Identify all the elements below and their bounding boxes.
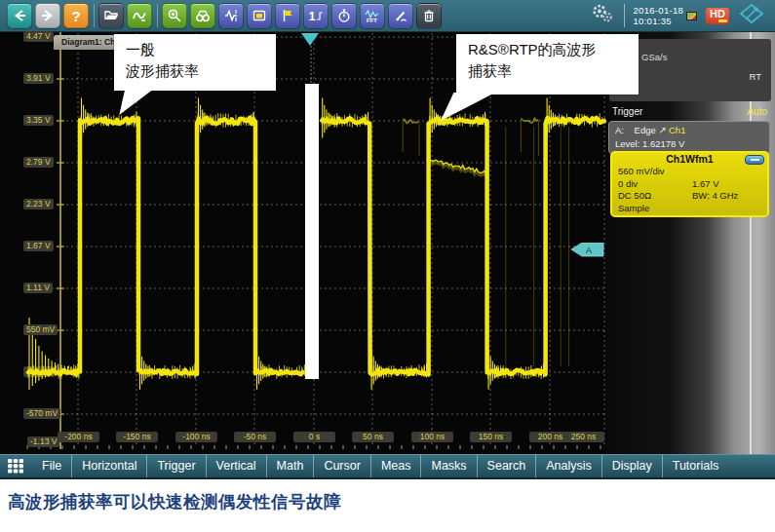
offset-div: 0 div — [618, 178, 638, 189]
menu-item-file[interactable]: File — [32, 455, 71, 477]
menu-item-display[interactable]: Display — [601, 455, 662, 477]
app-grid-icon[interactable] — [8, 459, 24, 474]
waveform-scale-icon[interactable] — [218, 3, 244, 28]
menu-item-search[interactable]: Search — [477, 455, 536, 477]
delete-icon[interactable] — [416, 3, 442, 28]
date-text: 2016-01-18 — [634, 5, 684, 16]
graticule-background — [0, 32, 606, 454]
forward-icon[interactable] — [35, 3, 60, 28]
trigger-type: Edge — [635, 125, 656, 135]
screenshot-mask-icon[interactable] — [247, 3, 272, 28]
svg-text:A: A — [586, 246, 592, 255]
rising-edge-icon: ↗ — [658, 125, 666, 135]
y-axis-label: -1.13 V — [27, 437, 59, 447]
trigger-header: Trigger Auto — [612, 106, 769, 119]
x-axis-label: 100 ns — [411, 432, 453, 442]
y-axis-label: 1.67 V — [23, 241, 54, 251]
menu-item-meas[interactable]: Meas — [370, 455, 421, 477]
menu-item-analysis[interactable]: Analysis — [535, 455, 601, 477]
trigger-level-marker[interactable]: A — [571, 243, 604, 261]
y-axis-label: 3.91 V — [23, 73, 54, 84]
offset-volt: 1.67 V — [692, 178, 718, 191]
trigger-one-icon[interactable]: 1 — [303, 3, 329, 28]
oscilloscope-screenshot: ? 1 — [0, 0, 775, 532]
timer-icon[interactable] — [331, 3, 357, 28]
fft-icon[interactable]: FFT — [360, 3, 385, 28]
search-icon[interactable] — [190, 3, 215, 28]
menu-item-masks[interactable]: Masks — [420, 455, 476, 477]
y-axis-label: 2.23 V — [23, 199, 54, 209]
menu-item-vertical[interactable]: Vertical — [206, 455, 266, 477]
annotation-divider-bar — [305, 84, 319, 379]
menu-item-trigger[interactable]: Trigger — [146, 455, 205, 477]
thumbnail-icon — [686, 12, 697, 20]
signal-annotate-icon[interactable] — [127, 3, 152, 28]
annotation-normal-capture-rate: 一般 波形捕获率 — [114, 34, 276, 91]
menu-item-tutorials[interactable]: Tutorials — [662, 455, 728, 477]
menu-items: FileHorizontalTriggerVerticalMathCursorM… — [32, 455, 728, 477]
sample-rate-unit: GSa/s — [641, 52, 667, 62]
acquisition-mode: RT — [750, 71, 762, 82]
x-axis-label: 0 s — [293, 432, 335, 442]
bandwidth: BW: 4 GHz — [692, 190, 738, 203]
coupling: DC 50Ω — [618, 190, 651, 201]
rohde-schwarz-logo-icon — [738, 2, 765, 29]
acq-mode: Sample — [618, 203, 649, 213]
trigger-position-marker-icon[interactable] — [301, 33, 319, 46]
figure-caption: 高波形捕获率可以快速检测偶发性信号故障 — [8, 490, 341, 513]
toolbar-divider — [624, 4, 625, 27]
x-axis-label: 150 ns — [470, 432, 512, 442]
open-file-icon[interactable] — [98, 3, 124, 28]
right-sidebar: GSa/s RT Trigger Auto A: Edge ↗ Ch1 Leve… — [606, 32, 775, 454]
trigger-source: Ch1 — [669, 125, 685, 135]
menu-item-math[interactable]: Math — [266, 455, 314, 477]
hd-mode-badge[interactable]: HD — [706, 8, 729, 24]
toolbar-separator — [94, 4, 95, 27]
bottom-menubar: FileHorizontalTriggerVerticalMathCursorM… — [0, 454, 775, 479]
datetime: 2016-01-18 10:01:35 — [634, 5, 684, 26]
time-text: 10:01:35 — [634, 16, 672, 26]
trigger-mode: Auto — [747, 106, 767, 117]
back-icon[interactable] — [7, 3, 32, 28]
y-axis-label: 550 mV — [23, 324, 58, 335]
help-icon[interactable]: ? — [63, 3, 89, 28]
channel-wfm-panel[interactable]: Ch1Wfm1 560 mV/div 0 div 1.67 V DC 50Ω B… — [610, 151, 769, 217]
y-axis-label: 3.35 V — [23, 115, 54, 126]
y-axis-label: -10 mV — [23, 366, 56, 377]
zoom-icon[interactable] — [162, 3, 187, 28]
annotate-pen-icon[interactable] — [388, 3, 413, 28]
toolbar-separator — [157, 4, 158, 27]
x-axis-label: 50 ns — [352, 432, 394, 442]
menu-item-horizontal[interactable]: Horizontal — [71, 455, 146, 477]
svg-text:FFT: FFT — [367, 18, 377, 23]
x-axis-label: 250 ns — [562, 432, 604, 442]
annotation-rtp-capture-rate: R&S®RTP的高波形 捕获率 — [456, 34, 639, 95]
y-axis-label: 2.79 V — [23, 157, 54, 168]
vertical-scale: 560 mV/div — [618, 166, 665, 176]
caption-area: 高波形捕获率可以快速检测偶发性信号故障 — [0, 479, 775, 532]
x-axis-label: -200 ns — [58, 432, 99, 442]
toolbar-right-cluster: 2016-01-18 10:01:35 HD — [590, 2, 766, 29]
minimize-button[interactable] — [745, 155, 764, 165]
trigger-title: Trigger — [612, 106, 642, 117]
x-axis-label: -100 ns — [175, 432, 217, 442]
trigger-level-value: 1.62178 V — [642, 138, 684, 149]
x-axis-label: -50 ns — [234, 432, 276, 442]
y-axis-label: 4.47 V — [23, 31, 54, 42]
flag-marker-icon[interactable] — [275, 3, 300, 28]
y-axis-label: 1.11 V — [23, 283, 53, 293]
y-axis-label: -570 mV — [23, 408, 60, 419]
menu-item-cursor[interactable]: Cursor — [313, 455, 370, 477]
settings-gears-icon[interactable] — [590, 3, 615, 28]
trigger-settings-panel[interactable]: A: Edge ↗ Ch1 Level: 1.62178 V — [608, 121, 770, 154]
x-axis-label: -150 ns — [116, 432, 158, 442]
top-toolbar: ? 1 — [0, 0, 775, 32]
